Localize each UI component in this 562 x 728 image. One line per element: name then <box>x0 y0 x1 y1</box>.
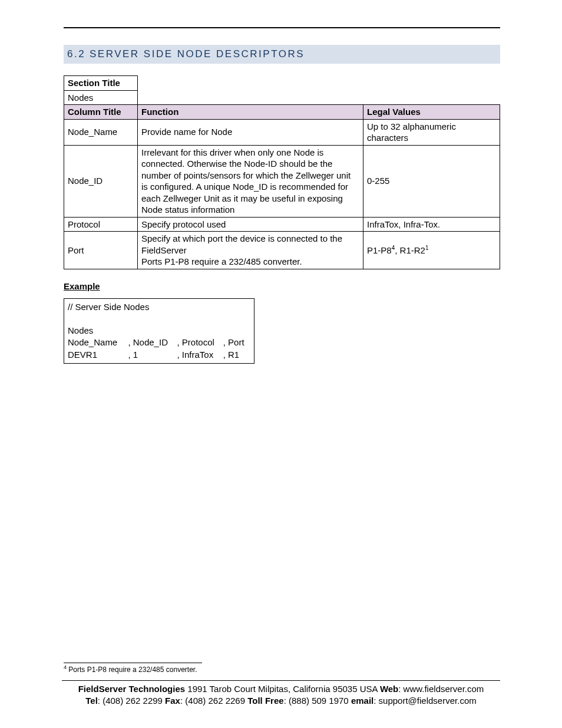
table-row: Node_ID Irrelevant for this driver when … <box>64 145 500 217</box>
section-heading: 6.2 SERVER SIDE NODE DESCRIPTORS <box>64 45 500 64</box>
descriptor-table: Section Title Nodes Column Title Functio… <box>64 75 500 269</box>
legal-values-label: Legal Values <box>363 105 500 120</box>
table-row: Protocol Specify protocol used InfraTox,… <box>64 217 500 232</box>
example-label: Example <box>64 281 500 291</box>
example-box: // Server Side Nodes Nodes Node_Name , N… <box>64 298 254 364</box>
footer-line-1: FieldServer Technologies 1991 Tarob Cour… <box>62 683 500 695</box>
blank-cell <box>363 76 500 91</box>
blank-cell <box>363 90 500 105</box>
footer-rule <box>62 680 500 681</box>
footnote-ref: 1 <box>425 245 429 251</box>
row-function: Provide name for Node <box>138 119 363 145</box>
example-val: , 1 <box>128 349 177 361</box>
example-comment: // Server Side Nodes <box>68 301 250 313</box>
example-col: , Node_ID <box>128 337 177 348</box>
blank-cell <box>138 90 363 105</box>
example-val: , R1 <box>223 349 250 361</box>
row-legal: InfraTox, Infra-Tox. <box>363 217 500 232</box>
row-function: Specify protocol used <box>138 217 363 232</box>
footer: FieldServer Technologies 1991 Tarob Cour… <box>62 680 500 707</box>
section-title: SERVER SIDE NODE DESCRIPTORS <box>90 48 305 60</box>
example-val: , InfraTox <box>177 349 223 361</box>
example-col: Node_Name <box>68 337 128 348</box>
section-title-label: Section Title <box>64 76 138 91</box>
row-title: Node_Name <box>64 119 138 145</box>
row-function: Irrelevant for this driver when only one… <box>138 145 363 217</box>
row-title: Port <box>64 232 138 269</box>
example-table: Node_Name , Node_ID , Protocol , Port DE… <box>68 337 250 361</box>
footer-line-2: Tel: (408) 262 2299 Fax: (408) 262 2269 … <box>62 695 500 707</box>
footnote-rule <box>64 663 202 663</box>
table-row: Node_Name Provide name for Node Up to 32… <box>64 119 500 145</box>
example-col: , Port <box>223 337 250 348</box>
column-title-label: Column Title <box>64 105 138 120</box>
section-number: 6.2 <box>67 48 90 60</box>
example-section: Nodes <box>68 325 250 337</box>
function-label: Function <box>138 105 363 120</box>
row-legal: Up to 32 alphanumeric characters <box>363 119 500 145</box>
footnote-area: 4 Ports P1-P8 require a 232/485 converte… <box>64 663 299 674</box>
table-row: Port Specify at which port the device is… <box>64 232 500 269</box>
example-col: , Protocol <box>177 337 223 348</box>
top-rule <box>64 27 500 28</box>
blank-cell <box>138 76 363 91</box>
row-legal: P1-P84, R1-R21 <box>363 232 500 269</box>
row-legal: 0-255 <box>363 145 500 217</box>
section-title-value: Nodes <box>64 90 138 105</box>
footnote: 4 Ports P1-P8 require a 232/485 converte… <box>64 664 299 674</box>
example-val: DEVR1 <box>68 349 128 361</box>
footnote-text: Ports P1-P8 require a 232/485 converter. <box>67 666 197 674</box>
row-title: Node_ID <box>64 145 138 217</box>
row-title: Protocol <box>64 217 138 232</box>
row-function: Specify at which port the device is conn… <box>138 232 363 269</box>
